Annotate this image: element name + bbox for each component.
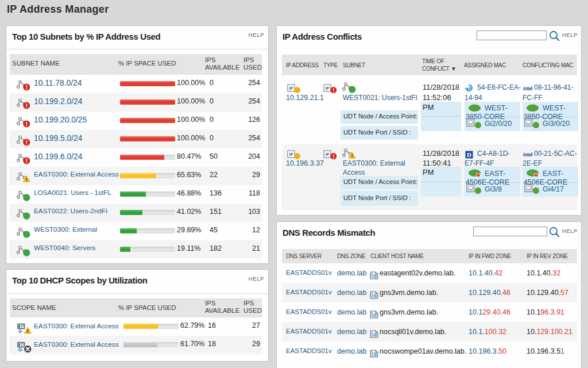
svg-text:intel: intel	[523, 152, 532, 158]
svg-text:IP: IP	[326, 152, 330, 156]
svg-text:D: D	[467, 151, 471, 158]
svg-text:IP: IP	[289, 86, 293, 90]
svg-text:IP: IP	[326, 86, 330, 90]
svg-text:IP: IP	[289, 152, 293, 156]
svg-text:intel: intel	[523, 86, 532, 91]
